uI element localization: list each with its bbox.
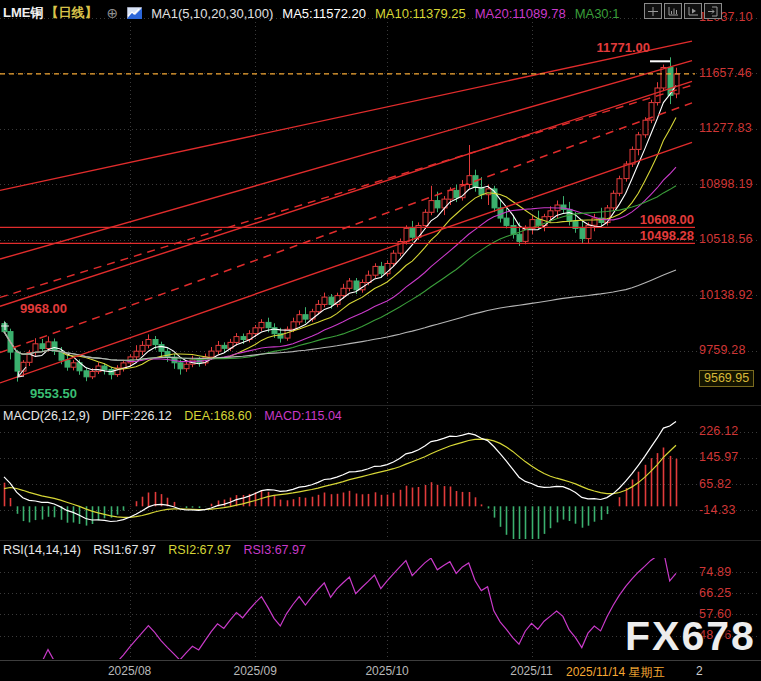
playback-icon[interactable] (684, 3, 702, 19)
rsi1-value: RSI1:67.97 (93, 543, 156, 557)
chart-canvas[interactable] (0, 0, 761, 681)
macd-header: MACD(26,12,9) DIFF:226.12 DEA:168.60 MAC… (3, 409, 342, 423)
rsi-title: RSI(14,14,14) (3, 543, 81, 557)
macd-diff-value: DIFF:226.12 (102, 409, 171, 423)
macd-title: MACD(26,12,9) (3, 409, 90, 423)
exit-fullscreen-icon[interactable] (704, 3, 722, 19)
ma30-value: MA30:1 (575, 6, 620, 21)
ma20-value: MA20:11089.78 (475, 6, 566, 21)
chart-header: LME铜 【日线】 ⊕ MA1(5,10,20,30,100) MA5:1157… (3, 3, 619, 23)
candles-layer[interactable] (2, 57, 679, 381)
ma5-value: MA5:11572.20 (282, 6, 366, 21)
rsi3-value: RSI3:67.97 (243, 543, 306, 557)
rsi-header: RSI(14,14,14) RSI1:67.97 RSI2:67.97 RSI3… (3, 543, 306, 557)
kline-indicator-icon[interactable] (127, 7, 142, 19)
ma-settings-label: MA1(5,10,20,30,100) (151, 6, 273, 21)
trend-lines-layer[interactable] (0, 41, 695, 383)
macd-macd-value: MACD:115.04 (264, 409, 342, 423)
symbol-title: LME铜 (3, 4, 43, 22)
chart-toolbar (644, 3, 722, 19)
macd-dea-value: DEA:168.60 (184, 409, 251, 423)
watermark: FX678 (625, 613, 756, 660)
rsi2-value: RSI2:67.97 (168, 543, 231, 557)
indicator-window-icon[interactable] (664, 3, 682, 19)
ma10-value: MA10:11379.25 (375, 6, 466, 21)
timeframe-label: 【日线】 (45, 4, 97, 22)
price-chart-svg[interactable] (0, 0, 761, 681)
add-indicator-icon[interactable]: ⊕ (106, 5, 118, 21)
crosshair-icon[interactable] (644, 3, 662, 19)
charting-app: 11771.00 10608.00 10498.28 9968.00 9553.… (0, 0, 761, 681)
